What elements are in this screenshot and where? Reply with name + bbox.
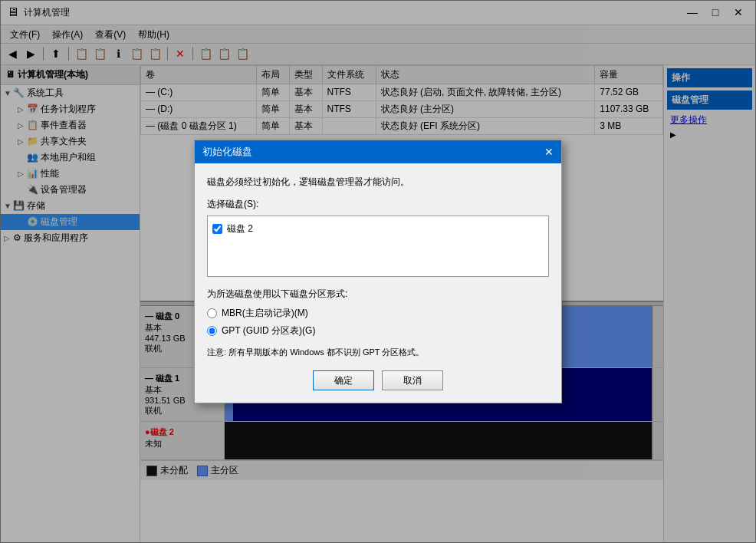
modal-cancel-button[interactable]: 取消 [382, 370, 443, 390]
modal-description: 磁盘必须经过初始化，逻辑磁盘管理器才能访问。 [207, 176, 549, 189]
mbr-radio[interactable] [207, 308, 217, 318]
modal-overlay: 初始化磁盘 ✕ 磁盘必须经过初始化，逻辑磁盘管理器才能访问。 选择磁盘(S): … [0, 0, 756, 543]
modal-radio-group: MBR(主启动记录)(M) GPT (GUID 分区表)(G) [207, 307, 549, 337]
modal-disk-option-0: 磁盘 2 [212, 221, 544, 237]
modal-partition-label: 为所选磁盘使用以下磁盘分区形式: [207, 288, 549, 301]
modal-body: 磁盘必须经过初始化，逻辑磁盘管理器才能访问。 选择磁盘(S): 磁盘 2 为所选… [195, 163, 561, 403]
modal-title: 初始化磁盘 [202, 145, 252, 159]
modal-select-label: 选择磁盘(S): [207, 198, 549, 211]
initialize-disk-dialog: 初始化磁盘 ✕ 磁盘必须经过初始化，逻辑磁盘管理器才能访问。 选择磁盘(S): … [194, 140, 562, 403]
modal-ok-button[interactable]: 确定 [313, 370, 374, 390]
modal-disk-list: 磁盘 2 [207, 216, 549, 277]
modal-radio-gpt: GPT (GUID 分区表)(G) [207, 324, 549, 337]
modal-radio-mbr: MBR(主启动记录)(M) [207, 307, 549, 320]
modal-note: 注意: 所有早期版本的 Windows 都不识别 GPT 分区格式。 [207, 347, 549, 358]
modal-buttons: 确定 取消 [207, 370, 549, 390]
disk-2-checkbox[interactable] [212, 224, 222, 234]
modal-title-bar: 初始化磁盘 ✕ [195, 140, 561, 163]
modal-close-button[interactable]: ✕ [544, 146, 554, 158]
gpt-radio[interactable] [207, 326, 217, 336]
